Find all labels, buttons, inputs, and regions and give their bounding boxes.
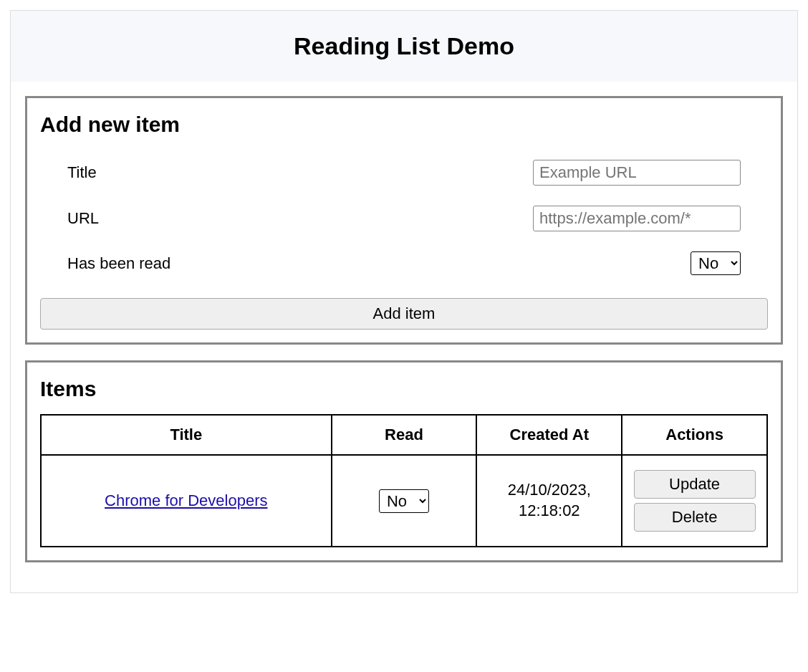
add-item-button[interactable]: Add item [40, 298, 768, 330]
delete-button[interactable]: Delete [634, 503, 756, 532]
form-row-url: URL [40, 196, 768, 241]
col-created: Created At [476, 415, 622, 455]
cell-created: 24/10/2023, 12:18:02 [476, 455, 622, 547]
col-actions: Actions [622, 415, 767, 455]
table-header-row: Title Read Created At Actions [41, 415, 767, 455]
item-link[interactable]: Chrome for Developers [105, 491, 267, 509]
col-read: Read [332, 415, 477, 455]
cell-read: NoYes [332, 455, 477, 547]
update-button[interactable]: Update [634, 470, 756, 499]
cell-actions: UpdateDelete [622, 455, 767, 547]
header-bar: Reading List Demo [11, 11, 797, 82]
form-row-title: Title [40, 150, 768, 196]
content-area: Add new item Title URL Has been read NoY… [11, 82, 797, 592]
title-input[interactable] [533, 160, 741, 186]
table-row: Chrome for DevelopersNoYes24/10/2023, 12… [41, 455, 767, 547]
add-item-panel: Add new item Title URL Has been read NoY… [25, 96, 783, 345]
url-label: URL [67, 209, 99, 228]
items-panel: Items Title Read Created At Actions Chro… [25, 360, 783, 562]
col-title: Title [41, 415, 332, 455]
url-input[interactable] [533, 206, 741, 231]
form-row-read: Has been read NoYes [40, 241, 768, 285]
created-at-text: 24/10/2023, 12:18:02 [484, 480, 614, 521]
read-label: Has been read [67, 254, 170, 273]
app-container: Reading List Demo Add new item Title URL… [10, 10, 798, 593]
items-heading: Items [40, 377, 768, 401]
page-title: Reading List Demo [25, 32, 783, 60]
add-item-heading: Add new item [40, 112, 768, 137]
cell-title: Chrome for Developers [41, 455, 332, 547]
title-label: Title [67, 163, 97, 182]
items-table: Title Read Created At Actions Chrome for… [40, 414, 768, 547]
read-select[interactable]: NoYes [691, 251, 741, 275]
row-read-select[interactable]: NoYes [379, 489, 429, 513]
